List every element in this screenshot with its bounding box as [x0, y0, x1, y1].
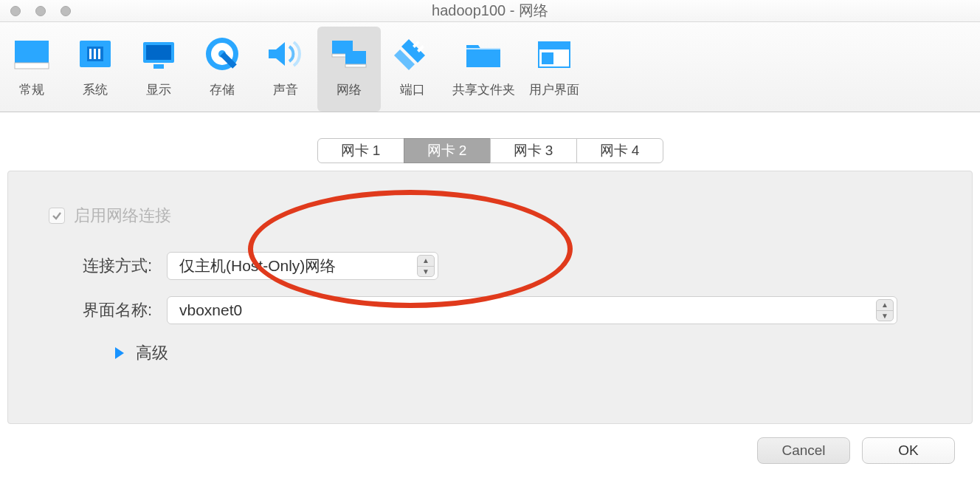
- svg-rect-9: [153, 64, 164, 69]
- network-panel: 启用网络连接 连接方式: 仅主机(Host-Only)网络 ▲▼ 界面名称: v…: [7, 171, 973, 424]
- advanced-disclosure[interactable]: 高级: [115, 342, 950, 364]
- tab-adapter-3[interactable]: 网卡 3: [490, 138, 577, 163]
- content-area: 网卡 1 网卡 2 网卡 3 网卡 4 启用网络连接 连接方式: 仅主机(Hos…: [0, 112, 980, 479]
- network-icon: [329, 34, 369, 74]
- enable-network-checkbox[interactable]: [49, 208, 65, 224]
- svg-rect-24: [542, 52, 553, 64]
- toolbar-ui[interactable]: 用户界面: [522, 27, 586, 112]
- toolbar-audio[interactable]: 声音: [254, 27, 317, 112]
- traffic-lights: [0, 6, 71, 16]
- folder-icon: [463, 34, 503, 74]
- attached-value: 仅主机(Host-Only)网络: [179, 256, 336, 276]
- select-stepper-icon: ▲▼: [876, 299, 894, 321]
- toolbar-label: 端口: [400, 81, 425, 98]
- svg-rect-0: [15, 41, 49, 63]
- toolbar-label: 网络: [337, 81, 362, 98]
- toolbar-label: 存储: [210, 81, 235, 98]
- general-icon: [12, 34, 52, 74]
- zoom-window-button[interactable]: [61, 6, 71, 16]
- svg-rect-23: [539, 42, 570, 49]
- svg-rect-16: [345, 51, 366, 66]
- toolbar-display[interactable]: 显示: [127, 27, 190, 112]
- storage-icon: [202, 34, 242, 74]
- ok-button[interactable]: OK: [862, 437, 955, 464]
- svg-rect-1: [15, 63, 49, 69]
- name-value: vboxnet0: [179, 301, 242, 319]
- svg-rect-6: [98, 49, 100, 59]
- enable-network-row: 启用网络连接: [49, 205, 950, 227]
- tab-adapter-2[interactable]: 网卡 2: [404, 138, 491, 163]
- name-row: 界面名称: vboxnet0 ▲▼: [49, 293, 950, 327]
- advanced-label: 高级: [136, 342, 168, 364]
- enable-network-label: 启用网络连接: [74, 205, 171, 227]
- tab-adapter-4[interactable]: 网卡 4: [576, 138, 663, 163]
- check-icon: [52, 211, 62, 221]
- ports-icon: [393, 34, 432, 74]
- system-icon: [75, 34, 115, 74]
- svg-rect-17: [345, 64, 366, 67]
- close-window-button[interactable]: [10, 6, 21, 16]
- toolbar-label: 声音: [273, 81, 298, 98]
- minimize-window-button[interactable]: [35, 6, 46, 16]
- attached-select[interactable]: 仅主机(Host-Only)网络 ▲▼: [167, 252, 438, 280]
- name-label: 界面名称:: [49, 299, 152, 321]
- attached-row: 连接方式: 仅主机(Host-Only)网络 ▲▼: [49, 249, 950, 283]
- window-title: hadoop100 - 网络: [0, 1, 980, 21]
- toolbar-shared-folders[interactable]: 共享文件夹: [444, 27, 522, 112]
- toolbar-label: 共享文件夹: [452, 81, 515, 98]
- toolbar-storage[interactable]: 存储: [190, 27, 254, 112]
- toolbar-network[interactable]: 网络: [317, 27, 381, 112]
- titlebar: hadoop100 - 网络: [0, 0, 980, 22]
- cancel-button[interactable]: Cancel: [757, 437, 850, 464]
- audio-icon: [266, 34, 306, 74]
- footer-buttons: Cancel OK: [7, 424, 973, 471]
- tab-adapter-1[interactable]: 网卡 1: [317, 138, 404, 163]
- toolbar-label: 系统: [83, 81, 108, 98]
- display-icon: [139, 34, 179, 74]
- select-stepper-icon: ▲▼: [417, 255, 435, 277]
- toolbar-label: 常规: [19, 81, 44, 98]
- svg-rect-5: [94, 49, 96, 59]
- svg-rect-8: [146, 45, 171, 60]
- toolbar-label: 用户界面: [529, 81, 579, 98]
- settings-toolbar: 常规 系统 显示 存储 声音 网络 端口: [0, 22, 980, 112]
- name-select[interactable]: vboxnet0 ▲▼: [167, 296, 897, 324]
- toolbar-label: 显示: [146, 81, 171, 98]
- svg-rect-4: [89, 49, 92, 59]
- disclosure-triangle-icon: [115, 347, 124, 359]
- svg-marker-13: [269, 42, 285, 66]
- toolbar-ports[interactable]: 端口: [381, 27, 444, 112]
- toolbar-general[interactable]: 常规: [0, 27, 63, 112]
- attached-label: 连接方式:: [49, 255, 152, 277]
- ui-icon: [534, 34, 574, 74]
- adapter-tabs: 网卡 1 网卡 2 网卡 3 网卡 4: [7, 138, 973, 163]
- toolbar-system[interactable]: 系统: [63, 27, 127, 112]
